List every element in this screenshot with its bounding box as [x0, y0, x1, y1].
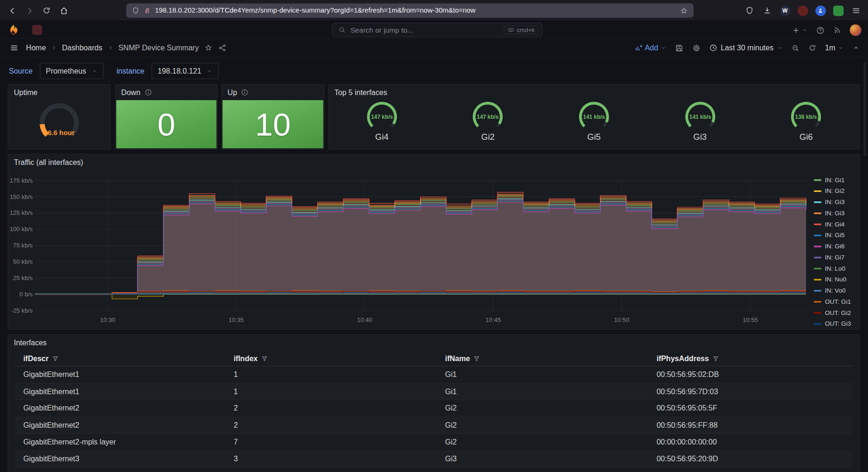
- extension-shield-icon[interactable]: [742, 3, 757, 18]
- panel-title[interactable]: Uptime: [8, 85, 110, 100]
- table-cell: GigabitEthernet1: [15, 370, 226, 379]
- traffic-chart-plot[interactable]: 175 kb/s150 kb/s125 kb/s100 kb/s75 kb/s5…: [8, 170, 859, 329]
- browser-home-button[interactable]: [56, 3, 71, 18]
- plus-icon: [792, 26, 800, 34]
- save-dashboard-button[interactable]: [675, 43, 683, 52]
- browser-back-button[interactable]: [5, 3, 20, 18]
- panel-title[interactable]: Traffic (all interfaces): [8, 154, 859, 170]
- insecure-lock-icon[interactable]: [144, 7, 152, 14]
- legend-item[interactable]: IN: Gi3: [814, 207, 858, 219]
- help-button[interactable]: [816, 26, 825, 34]
- legend-item[interactable]: IN: Gi3: [814, 197, 858, 208]
- table-cell: 00:50:56:95:7D:03: [649, 387, 852, 396]
- filter-funnel-icon[interactable]: [52, 355, 58, 362]
- browser-reload-button[interactable]: [39, 3, 54, 18]
- table-cell: 3: [226, 455, 438, 463]
- filter-funnel-icon[interactable]: [261, 355, 268, 362]
- column-header[interactable]: ifIndex: [226, 355, 438, 363]
- table-row: GigabitEthernet33Gi300:50:56:95:5B:B1: [15, 467, 852, 472]
- extension-avatar-green[interactable]: [830, 3, 846, 18]
- legend-label: OUT: Gi2: [825, 309, 851, 316]
- table-cell: GigabitEthernet3: [15, 455, 226, 463]
- info-icon[interactable]: [144, 89, 152, 96]
- chevron-down-icon: [661, 45, 667, 51]
- legend-label: IN: Lo0: [825, 265, 845, 272]
- browser-menu-icon[interactable]: [848, 3, 863, 18]
- variable-label-source: Source: [9, 67, 33, 75]
- legend-label: IN: Vo0: [825, 287, 846, 294]
- account-avatar-icon[interactable]: [813, 3, 828, 18]
- user-avatar[interactable]: [850, 24, 861, 36]
- column-header[interactable]: ifPhysAddress: [649, 355, 852, 363]
- legend-item[interactable]: IN: Lo0: [814, 263, 858, 274]
- nav-red-badge-icon[interactable]: [32, 25, 42, 34]
- gauge-value: 138 kb/s: [795, 114, 817, 120]
- legend-item[interactable]: IN: Gi1: [814, 174, 858, 185]
- table-row: GigabitEthernet11Gi100:50:56:95:7D:03: [15, 383, 852, 400]
- url-text[interactable]: 198.18.0.202:3000/d/TCde4Yemz/snmp-devic…: [155, 7, 676, 14]
- news-icon[interactable]: [833, 26, 841, 34]
- share-icon[interactable]: [218, 44, 227, 52]
- filter-funnel-icon[interactable]: [712, 355, 719, 362]
- panel-title[interactable]: Up: [222, 85, 324, 100]
- legend-item[interactable]: IN: Gi2: [814, 185, 858, 197]
- gauge-label: Gi3: [693, 132, 707, 142]
- panel-title[interactable]: Top 5 interfaces: [329, 85, 859, 100]
- x-axis-label: 10:35: [228, 316, 244, 323]
- column-header[interactable]: ifName: [437, 355, 649, 363]
- refresh-interval-picker[interactable]: 1m: [825, 44, 844, 52]
- legend-item[interactable]: OUT: Gi3: [814, 318, 858, 327]
- variable-dropdown-source[interactable]: Prometheus: [40, 62, 103, 79]
- panel-interfaces: Interfaces ifDescrifIndexifNameifPhysAdd…: [8, 334, 860, 472]
- extension-avatar-red[interactable]: [795, 3, 810, 18]
- panel-title[interactable]: Down: [116, 85, 217, 100]
- table-cell: 00:50:56:95:05:5F: [649, 404, 852, 412]
- add-panel-button[interactable]: Add: [634, 44, 667, 52]
- legend-label: IN: Gi3: [825, 198, 845, 205]
- info-icon[interactable]: [241, 89, 249, 96]
- new-menu-button[interactable]: [792, 26, 807, 34]
- breadcrumb-dashboards[interactable]: Dashboards: [62, 44, 102, 52]
- refresh-button[interactable]: [808, 44, 817, 52]
- legend-item[interactable]: IN: Gi5: [814, 230, 858, 241]
- url-bar[interactable]: 198.18.0.202:3000/d/TCde4Yemz/snmp-devic…: [126, 3, 694, 18]
- legend-item[interactable]: OUT: Gi1: [814, 296, 858, 307]
- legend-item[interactable]: IN: Gi7: [814, 252, 858, 263]
- download-icon[interactable]: [759, 3, 775, 18]
- stat-background: 10: [222, 100, 323, 148]
- column-header[interactable]: ifDescr: [15, 355, 226, 363]
- clock-icon: [709, 44, 717, 52]
- browser-forward-button[interactable]: [21, 3, 37, 18]
- zoom-out-button[interactable]: [791, 43, 800, 52]
- legend-item[interactable]: IN: Gi6: [814, 241, 858, 252]
- search-input[interactable]: Search or jump to... cmd+k: [332, 23, 543, 37]
- legend-item[interactable]: IN: Gi4: [814, 219, 858, 230]
- table-cell: GigabitEthernet2-mpls layer: [15, 438, 226, 446]
- tracking-shield-icon[interactable]: [132, 7, 140, 14]
- mega-menu-toggle[interactable]: [7, 41, 21, 55]
- favorite-star-icon[interactable]: [204, 44, 213, 52]
- grafana-logo[interactable]: [8, 24, 20, 36]
- y-axis-label: 50 kb/s: [13, 258, 33, 265]
- collapse-toolbar-button[interactable]: [852, 44, 861, 52]
- dashboard-settings-button[interactable]: [692, 43, 701, 52]
- variable-dropdown-instance[interactable]: 198.18.0.121: [152, 62, 218, 79]
- legend-item[interactable]: IN: Vo0: [814, 285, 858, 296]
- time-range-picker[interactable]: Last 30 minutes: [709, 44, 783, 52]
- scrollbar-thumb[interactable]: [864, 62, 867, 156]
- filter-funnel-icon[interactable]: [473, 355, 480, 362]
- x-axis-label: 10:30: [100, 316, 116, 323]
- chevron-down-icon: [777, 45, 783, 51]
- y-axis-label: 0 b/s: [20, 291, 33, 298]
- table-cell: Gi1: [437, 387, 649, 396]
- search-placeholder: Search or jump to...: [351, 26, 500, 34]
- legend-item[interactable]: IN: Nu0: [814, 274, 858, 285]
- table-cell: 2: [226, 421, 438, 429]
- extension-avatar-w[interactable]: W: [777, 3, 792, 18]
- breadcrumb-home[interactable]: Home: [26, 44, 46, 52]
- panel-title[interactable]: Interfaces: [8, 335, 859, 350]
- legend-swatch: [814, 223, 822, 225]
- chevron-down-icon: [802, 27, 808, 33]
- bookmark-star-icon[interactable]: [680, 7, 688, 15]
- legend-item[interactable]: OUT: Gi2: [814, 307, 858, 318]
